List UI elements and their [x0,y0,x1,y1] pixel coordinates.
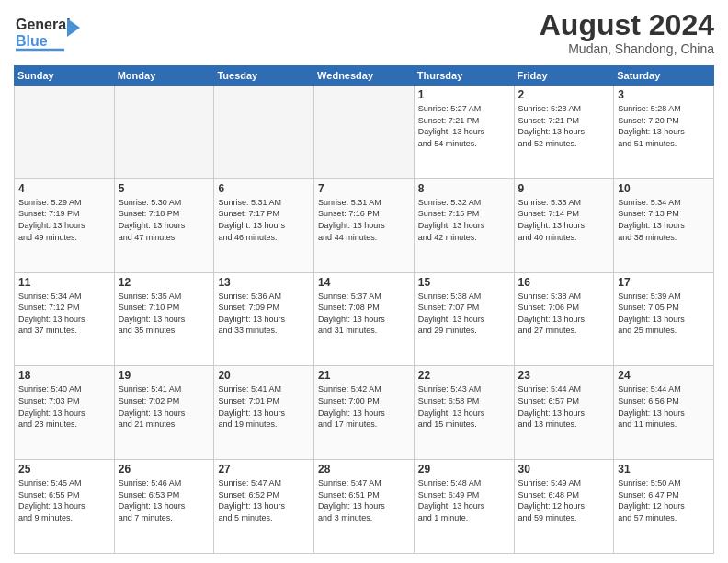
day-info: Sunrise: 5:32 AMSunset: 7:15 PMDaylight:… [418,197,510,243]
table-row: 1Sunrise: 5:27 AMSunset: 7:21 PMDaylight… [414,86,514,179]
day-number: 15 [418,276,510,289]
day-info: Sunrise: 5:47 AMSunset: 6:52 PMDaylight:… [218,477,310,523]
table-row: 23Sunrise: 5:44 AMSunset: 6:57 PMDayligh… [514,366,614,460]
table-row: 27Sunrise: 5:47 AMSunset: 6:52 PMDayligh… [214,460,314,554]
table-row: 9Sunrise: 5:33 AMSunset: 7:14 PMDaylight… [514,178,614,272]
page: General Blue August 2024 Mudan, Shandong… [0,0,728,563]
table-row: 31Sunrise: 5:50 AMSunset: 6:47 PMDayligh… [614,460,714,554]
day-number: 20 [218,369,310,382]
table-row: 17Sunrise: 5:39 AMSunset: 7:05 PMDayligh… [614,272,714,366]
table-row: 11Sunrise: 5:34 AMSunset: 7:12 PMDayligh… [15,272,115,366]
table-row: 20Sunrise: 5:41 AMSunset: 7:01 PMDayligh… [214,366,314,460]
title-area: August 2024 Mudan, Shandong, China [540,9,714,56]
table-row: 30Sunrise: 5:49 AMSunset: 6:48 PMDayligh… [514,460,614,554]
calendar-header-row: Sunday Monday Tuesday Wednesday Thursday… [15,66,714,86]
table-row: 25Sunrise: 5:45 AMSunset: 6:55 PMDayligh… [15,460,115,554]
day-number: 23 [518,369,610,382]
day-number: 22 [418,369,510,382]
day-info: Sunrise: 5:42 AMSunset: 7:00 PMDaylight:… [318,384,410,430]
day-number: 3 [618,88,710,101]
col-friday: Friday [514,66,614,86]
table-row: 10Sunrise: 5:34 AMSunset: 7:13 PMDayligh… [614,178,714,272]
day-number: 10 [618,182,710,195]
day-number: 25 [18,463,110,476]
day-number: 2 [518,88,610,101]
day-number: 18 [18,369,110,382]
day-info: Sunrise: 5:30 AMSunset: 7:18 PMDaylight:… [119,197,210,243]
table-row: 28Sunrise: 5:47 AMSunset: 6:51 PMDayligh… [314,460,415,554]
table-row: 8Sunrise: 5:32 AMSunset: 7:15 PMDaylight… [414,178,514,272]
table-row: 13Sunrise: 5:36 AMSunset: 7:09 PMDayligh… [214,272,314,366]
day-info: Sunrise: 5:38 AMSunset: 7:07 PMDaylight:… [418,291,510,337]
day-info: Sunrise: 5:44 AMSunset: 6:56 PMDaylight:… [618,384,710,430]
day-number: 7 [318,182,410,195]
day-number: 4 [18,182,110,195]
day-info: Sunrise: 5:49 AMSunset: 6:48 PMDaylight:… [518,477,610,523]
day-number: 5 [119,182,210,195]
table-row: 2Sunrise: 5:28 AMSunset: 7:21 PMDaylight… [514,86,614,179]
day-info: Sunrise: 5:45 AMSunset: 6:55 PMDaylight:… [18,477,110,523]
day-info: Sunrise: 5:41 AMSunset: 7:01 PMDaylight:… [218,384,310,430]
day-info: Sunrise: 5:34 AMSunset: 7:12 PMDaylight:… [18,291,110,337]
calendar-week-1: 1Sunrise: 5:27 AMSunset: 7:21 PMDaylight… [15,86,714,179]
day-number: 21 [318,369,410,382]
day-info: Sunrise: 5:48 AMSunset: 6:49 PMDaylight:… [418,477,510,523]
day-number: 12 [119,276,210,289]
logo: General Blue [14,9,83,60]
table-row: 15Sunrise: 5:38 AMSunset: 7:07 PMDayligh… [414,272,514,366]
table-row: 22Sunrise: 5:43 AMSunset: 6:58 PMDayligh… [414,366,514,460]
day-number: 8 [418,182,510,195]
table-row: 3Sunrise: 5:28 AMSunset: 7:20 PMDaylight… [614,86,714,179]
page-title: August 2024 [540,9,714,41]
day-number: 24 [618,369,710,382]
day-info: Sunrise: 5:33 AMSunset: 7:14 PMDaylight:… [518,197,610,243]
day-info: Sunrise: 5:40 AMSunset: 7:03 PMDaylight:… [18,384,110,430]
table-row: 19Sunrise: 5:41 AMSunset: 7:02 PMDayligh… [114,366,214,460]
calendar-week-4: 18Sunrise: 5:40 AMSunset: 7:03 PMDayligh… [15,366,714,460]
day-info: Sunrise: 5:37 AMSunset: 7:08 PMDaylight:… [318,291,410,337]
day-info: Sunrise: 5:35 AMSunset: 7:10 PMDaylight:… [119,291,210,337]
table-row: 26Sunrise: 5:46 AMSunset: 6:53 PMDayligh… [114,460,214,554]
svg-marker-2 [67,18,80,37]
day-info: Sunrise: 5:41 AMSunset: 7:02 PMDaylight:… [119,384,210,430]
day-info: Sunrise: 5:27 AMSunset: 7:21 PMDaylight:… [418,103,510,149]
day-info: Sunrise: 5:34 AMSunset: 7:13 PMDaylight:… [618,197,710,243]
day-number: 13 [218,276,310,289]
col-wednesday: Wednesday [314,66,415,86]
col-saturday: Saturday [614,66,714,86]
day-info: Sunrise: 5:29 AMSunset: 7:19 PMDaylight:… [18,197,110,243]
logo-svg: General Blue [14,9,83,60]
col-thursday: Thursday [414,66,514,86]
day-info: Sunrise: 5:43 AMSunset: 6:58 PMDaylight:… [418,384,510,430]
header: General Blue August 2024 Mudan, Shandong… [14,9,714,60]
day-number: 11 [18,276,110,289]
calendar-week-3: 11Sunrise: 5:34 AMSunset: 7:12 PMDayligh… [15,272,714,366]
day-info: Sunrise: 5:28 AMSunset: 7:20 PMDaylight:… [618,103,710,149]
day-number: 27 [218,463,310,476]
day-number: 14 [318,276,410,289]
table-row: 5Sunrise: 5:30 AMSunset: 7:18 PMDaylight… [114,178,214,272]
calendar-week-2: 4Sunrise: 5:29 AMSunset: 7:19 PMDaylight… [15,178,714,272]
svg-text:General: General [16,17,71,32]
day-info: Sunrise: 5:46 AMSunset: 6:53 PMDaylight:… [119,477,210,523]
table-row [15,86,115,179]
table-row: 24Sunrise: 5:44 AMSunset: 6:56 PMDayligh… [614,366,714,460]
col-sunday: Sunday [15,66,115,86]
day-info: Sunrise: 5:31 AMSunset: 7:17 PMDaylight:… [218,197,310,243]
col-monday: Monday [114,66,214,86]
day-number: 16 [518,276,610,289]
day-info: Sunrise: 5:44 AMSunset: 6:57 PMDaylight:… [518,384,610,430]
calendar-table: Sunday Monday Tuesday Wednesday Thursday… [14,65,714,554]
day-number: 30 [518,463,610,476]
day-info: Sunrise: 5:47 AMSunset: 6:51 PMDaylight:… [318,477,410,523]
calendar-week-5: 25Sunrise: 5:45 AMSunset: 6:55 PMDayligh… [15,460,714,554]
day-number: 29 [418,463,510,476]
day-number: 17 [618,276,710,289]
day-info: Sunrise: 5:36 AMSunset: 7:09 PMDaylight:… [218,291,310,337]
table-row: 21Sunrise: 5:42 AMSunset: 7:00 PMDayligh… [314,366,415,460]
day-info: Sunrise: 5:50 AMSunset: 6:47 PMDaylight:… [618,477,710,523]
table-row: 12Sunrise: 5:35 AMSunset: 7:10 PMDayligh… [114,272,214,366]
table-row: 16Sunrise: 5:38 AMSunset: 7:06 PMDayligh… [514,272,614,366]
day-number: 28 [318,463,410,476]
table-row: 29Sunrise: 5:48 AMSunset: 6:49 PMDayligh… [414,460,514,554]
